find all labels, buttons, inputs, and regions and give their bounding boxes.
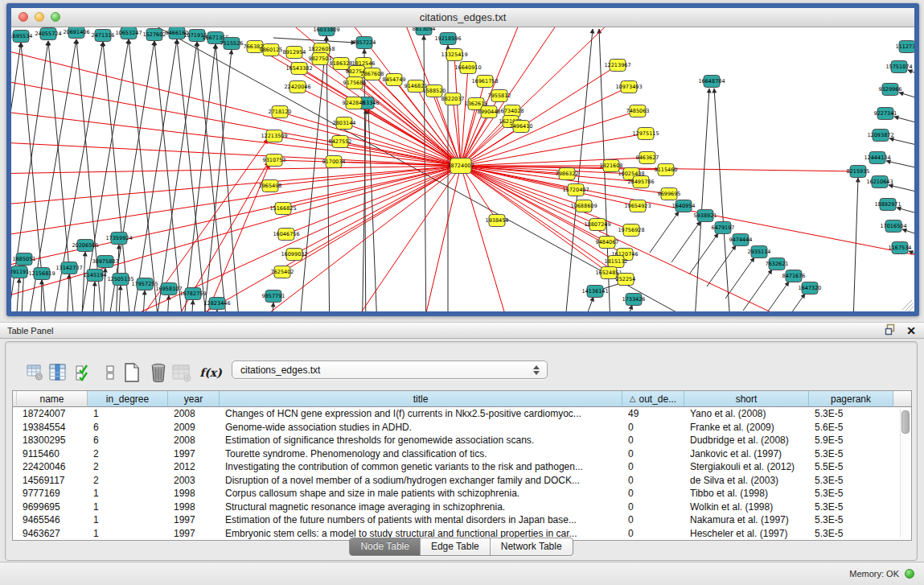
graph-node[interactable]: 7857224 (353, 37, 376, 49)
cell-title[interactable]: Tourette syndrome. Phenomenology and cla… (219, 447, 622, 461)
cell-out_de[interactable]: 0 (622, 474, 684, 488)
table-row[interactable]: 1872400712008Changes of HCN gene express… (13, 407, 911, 421)
cell-in_degree[interactable]: 2 (87, 460, 167, 474)
cell-pagerank[interactable]: 5.6E-5 (808, 421, 893, 435)
graph-node[interactable]: 252254 (616, 274, 636, 286)
graph-node[interactable]: 7515526 (220, 38, 244, 50)
minimize-window-button[interactable] (35, 12, 44, 22)
float-panel-icon[interactable] (885, 323, 897, 339)
graph-node[interactable]: 18892971 (874, 199, 901, 211)
column-header-out_de[interactable]: △out_de... (622, 391, 684, 407)
graph-node[interactable]: 1965498 (259, 180, 282, 192)
cell-out_de[interactable]: 0 (622, 501, 684, 514)
column-header-pagerank[interactable]: pagerank (809, 391, 893, 407)
graph-node[interactable]: 16046756 (273, 229, 299, 241)
column-header-short[interactable]: short (684, 391, 809, 407)
cell-short[interactable]: Wolkin et al. (1998) (684, 501, 808, 514)
tab-node-table[interactable]: Node Table (350, 538, 420, 555)
cell-short[interactable]: de Silva et al. (2003) (684, 474, 808, 488)
graph-node[interactable]: 12505135 (107, 274, 133, 286)
cell-in_degree[interactable]: 2 (87, 474, 167, 488)
table-vertical-scrollbar[interactable] (900, 409, 910, 538)
graph-node[interactable]: 20691406 (63, 27, 89, 39)
cell-pagerank[interactable]: 5.3E-5 (808, 513, 893, 527)
cell-in_degree[interactable]: 6 (87, 421, 167, 435)
graph-node[interactable]: 12213509 (261, 130, 287, 142)
graph-node[interactable]: 1685051 (13, 253, 36, 266)
cell-title[interactable]: Corpus callosum shape and size in male p… (219, 487, 622, 501)
graph-node[interactable]: 9242848 (343, 97, 366, 109)
graph-node[interactable]: 16958107 (155, 283, 182, 295)
graph-node[interactable]: 8427552 (329, 136, 352, 148)
graph-node[interactable]: 12823446 (203, 298, 230, 310)
cell-name[interactable]: 14569117 (16, 474, 87, 488)
graph-node[interactable]: 9827503 (309, 53, 332, 65)
cell-short[interactable]: Dudbridge et al. (2008) (684, 434, 808, 447)
cell-in_degree[interactable]: 1 (87, 513, 167, 527)
table-row[interactable]: 969969511998Structural magnetic resonanc… (13, 501, 911, 514)
graph-node[interactable]: 1527602 (143, 29, 166, 41)
cell-pagerank[interactable]: 5.3E-5 (808, 447, 893, 461)
table-options-icon[interactable] (25, 362, 46, 383)
cell-short[interactable]: Jankovic et al. (1997) (684, 447, 808, 461)
cell-name[interactable]: 18724007 (16, 407, 87, 421)
cell-out_de[interactable]: 0 (622, 460, 684, 474)
cell-title[interactable]: Estimation of significance thresholds fo… (219, 434, 622, 447)
cell-in_degree[interactable]: 6 (87, 434, 167, 447)
cell-out_de[interactable]: 0 (622, 487, 684, 501)
memory-ok-indicator-icon[interactable] (905, 569, 914, 579)
table-row[interactable]: 911546021997Tourette syndrome. Phenomeno… (13, 447, 911, 461)
graph-node[interactable]: 5938921 (694, 210, 717, 222)
cell-year[interactable]: 2008 (167, 434, 219, 447)
graph-node[interactable]: 12444134 (864, 152, 890, 164)
row-height-icon[interactable] (100, 362, 121, 383)
cell-title[interactable]: Investigating the contribution of common… (219, 460, 622, 474)
graph-node[interactable]: 1815132 (605, 256, 628, 268)
cell-title[interactable]: Changes of HCN gene expression and I(f) … (219, 407, 622, 421)
graph-node[interactable]: 9463627 (636, 152, 659, 164)
select-columns-icon[interactable] (73, 362, 94, 383)
graph-node[interactable]: 7485063 (626, 105, 650, 117)
cell-out_de[interactable]: 49 (622, 407, 684, 421)
cell-name[interactable]: 18300295 (16, 434, 87, 447)
cell-pagerank[interactable]: 5.3E-5 (808, 407, 893, 421)
delete-table-icon[interactable] (148, 362, 169, 383)
cell-pagerank[interactable]: 5.9E-5 (808, 434, 893, 447)
graph-node[interactable]: 9484067 (596, 237, 619, 249)
graph-node[interactable]: 19654923 (624, 200, 651, 212)
network-graph[interactable]: 1695534240557242069140624713161065324715… (11, 27, 914, 311)
cell-name[interactable]: 9699695 (16, 501, 87, 514)
close-window-button[interactable] (18, 12, 28, 22)
graph-node[interactable]: 13325419 (441, 49, 467, 61)
cell-title[interactable]: Structural magnetic resonance image aver… (219, 501, 622, 514)
graph-node[interactable]: 10653247 (115, 27, 142, 39)
create-new-table-icon[interactable] (121, 362, 142, 383)
graph-node[interactable]: 391191 (11, 266, 29, 278)
cell-year[interactable]: 1998 (167, 501, 219, 514)
cell-short[interactable]: Franke et al. (2009) (684, 421, 808, 435)
graph-node[interactable]: 2935114 (748, 246, 771, 258)
graph-node[interactable]: 9474444 (729, 234, 753, 246)
graph-node[interactable]: 8813054 (413, 27, 436, 35)
graph-node[interactable]: 24055724 (35, 28, 61, 40)
graph-node[interactable]: 1695534 (11, 31, 32, 43)
graph-node[interactable]: 19218596 (434, 33, 461, 45)
graph-node[interactable]: 8990448 (478, 106, 501, 118)
graph-node[interactable]: 2803144 (333, 117, 356, 130)
table-row[interactable]: 977716911998Corpus callosum shape and si… (13, 487, 911, 501)
graph-node[interactable]: 15166825 (269, 203, 296, 215)
graph-node[interactable]: 1938454 (486, 215, 509, 227)
cell-name[interactable]: 9115460 (16, 447, 87, 461)
graph-node[interactable]: 16033809 (313, 27, 339, 36)
cell-year[interactable]: 2012 (167, 460, 219, 474)
tab-network-table[interactable]: Network Table (490, 538, 573, 555)
window-titlebar[interactable]: citations_edges.txt (11, 8, 914, 27)
table-row[interactable]: 1456911722003Disruption of a novel membe… (13, 474, 911, 488)
graph-node[interactable]: 17016504 (880, 220, 906, 233)
graph-node[interactable]: 9310753 (263, 154, 286, 167)
close-panel-icon[interactable]: ✕ (906, 323, 916, 339)
graph-node[interactable]: 1112734 (896, 41, 914, 53)
graph-node[interactable]: 16099032 (281, 249, 307, 261)
graph-node[interactable]: 9857791 (262, 290, 285, 303)
graph-node[interactable]: 7625402 (271, 266, 294, 278)
